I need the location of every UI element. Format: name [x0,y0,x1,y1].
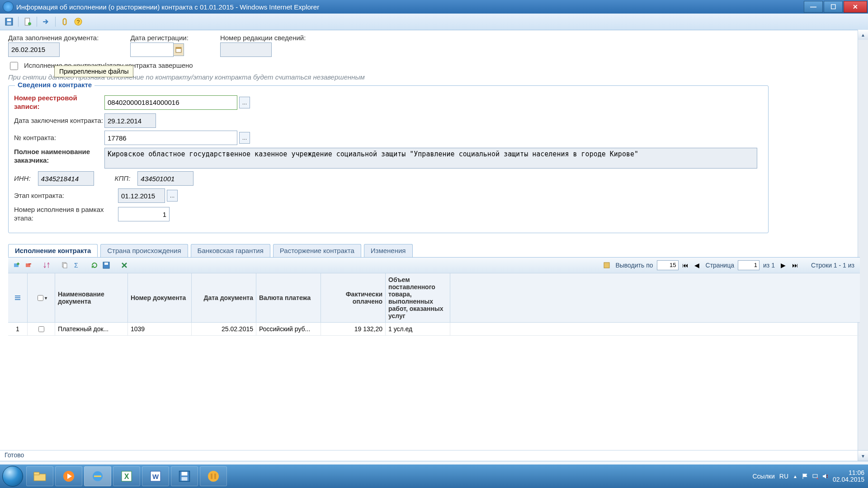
grid-header-date[interactable]: Дата документа [192,273,256,323]
grid-header-menu[interactable] [8,273,28,323]
pager-next-icon[interactable]: ▶ [778,260,788,270]
per-page-input[interactable] [657,260,679,270]
svg-text:Σ: Σ [74,262,78,269]
tab-origin[interactable]: Страна происхождения [100,244,188,257]
registry-input[interactable] [104,95,237,110]
pager-last-icon[interactable]: ⏭ [790,260,800,270]
lines-label: Строки 1 - 1 из [811,262,854,269]
new-doc-icon[interactable] [21,15,34,28]
stage-lookup-button[interactable]: … [167,190,178,202]
grid-save-icon[interactable] [101,260,111,270]
kpp-input[interactable] [137,171,193,186]
help-icon[interactable]: ? [72,15,85,28]
contract-number-lookup-button[interactable]: … [239,132,250,144]
page-label: Страница [706,262,734,269]
tray-time[interactable]: 11:06 [833,469,864,476]
conclusion-date-label: Дата заключения контракта: [14,117,104,125]
grid-header-num[interactable]: Номер документа [128,273,192,323]
customer-label: Полное наименование заказчика: [14,148,104,165]
grid-copy-icon[interactable] [60,260,70,270]
grid-header-curr[interactable]: Валюта платежа [256,273,321,323]
grid-excel-icon[interactable] [119,260,129,270]
page-input[interactable] [738,260,760,270]
grid-settings-icon[interactable] [602,260,612,270]
reg-date-input[interactable] [130,42,174,57]
revision-input[interactable] [220,42,272,57]
attach-icon[interactable] [58,15,71,28]
minimize-button[interactable]: — [804,1,823,13]
conclusion-date-input[interactable] [104,113,156,128]
forward-icon[interactable] [40,15,52,28]
grid-header-name[interactable]: Наименование документа [55,273,128,323]
taskbar-ie-icon[interactable] [84,466,111,486]
start-button[interactable] [0,465,25,488]
contract-fieldset: Сведения о контракте Номер реестровой за… [8,85,769,233]
svg-rect-32 [182,477,188,481]
inn-input[interactable] [38,171,94,186]
tray-network-icon[interactable] [812,473,818,479]
maximize-button[interactable]: ☐ [824,1,843,13]
grid-header-check[interactable]: ▾ [28,273,55,323]
taskbar-app-icon[interactable] [200,466,227,486]
svg-rect-16 [104,263,108,265]
tab-changes[interactable]: Изменения [364,244,413,257]
taskbar-word-icon[interactable]: W [142,466,169,486]
pager-prev-icon[interactable]: ◀ [692,260,702,270]
grid-header-vol[interactable]: Объем поставленного товара, выполненных … [386,273,450,323]
grid-checkall[interactable] [38,295,43,301]
tray-up-icon[interactable]: ▲ [793,474,797,479]
taskbar-media-icon[interactable] [55,466,82,486]
registry-lookup-button[interactable]: … [239,97,250,108]
customer-textarea[interactable]: Кировское областное государственное казе… [104,148,757,169]
page-of: из 1 [763,262,775,269]
grid: Σ Выводить по ⏮ ◀ Страница из 1 ▶ ⏭ Стро… [8,257,860,336]
tray-links[interactable]: Ссылки [752,473,774,480]
row-num: 1039 [128,323,192,335]
grid-add-icon[interactable] [12,260,22,270]
row-name: Платежный док... [55,323,128,335]
grid-header-paid[interactable]: Фактически оплачено [321,273,386,323]
grid-sort-icon[interactable] [42,260,52,270]
svg-text:X: X [124,473,129,480]
svg-rect-2 [7,22,11,25]
tray-date[interactable]: 02.04.2015 [833,476,864,483]
completed-checkbox[interactable] [10,62,18,70]
table-row[interactable]: 1 Платежный док... 1039 25.02.2015 Росси… [8,323,860,336]
contract-number-input[interactable] [104,131,237,145]
app-toolbar: ? [0,14,868,30]
grid-refresh-icon[interactable] [90,260,99,270]
taskbar-save-icon[interactable] [171,466,198,486]
window-titlebar: Информация об исполнении (о расторжении)… [0,0,868,14]
tab-guarantee[interactable]: Банковская гарантия [191,244,270,257]
fill-date-input[interactable] [8,42,60,57]
svg-rect-23 [34,472,39,475]
stage-label: Этап контракта: [14,192,104,200]
svg-rect-18 [15,296,20,296]
reg-date-label: Дата регистрации: [130,34,189,42]
exec-no-input[interactable] [118,207,170,221]
tab-execution[interactable]: Исполнение контракта [8,244,98,257]
tray-lang[interactable]: RU [779,473,788,480]
tray-flag-icon[interactable] [802,473,808,479]
taskbar-explorer-icon[interactable] [26,466,53,486]
revision-label: Номер редакции сведений: [220,34,306,42]
tabs-bar: Исполнение контракта Страна происхождени… [8,244,860,257]
kpp-label: КПП: [115,174,131,183]
svg-rect-20 [15,299,20,300]
close-button[interactable]: ✕ [844,1,867,13]
svg-text:W: W [152,473,159,480]
grid-delete-icon[interactable] [24,260,33,270]
pager-first-icon[interactable]: ⏮ [680,260,690,270]
grid-sum-icon[interactable]: Σ [71,260,81,270]
row-number: 1 [8,323,28,335]
taskbar-excel-icon[interactable]: X [113,466,140,486]
stage-input[interactable] [118,188,165,203]
calendar-icon[interactable] [174,43,184,56]
save-icon[interactable] [3,15,15,28]
row-checkbox[interactable] [38,326,44,332]
contract-legend: Сведения о контракте [15,81,94,89]
registry-label: Номер реестровой записи: [14,94,104,111]
tray-volume-icon[interactable] [822,473,828,479]
svg-rect-1 [7,19,11,21]
tab-termination[interactable]: Расторжение контракта [273,244,361,257]
